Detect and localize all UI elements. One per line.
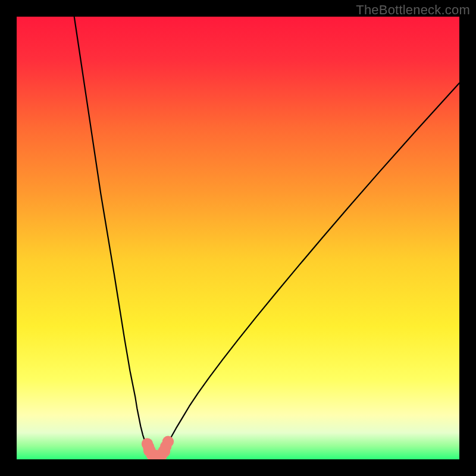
marker-dot [162, 436, 174, 447]
watermark-text: TheBottleneck.com [356, 2, 470, 18]
plot-area [17, 17, 459, 459]
chart-svg [17, 17, 459, 459]
chart-frame: TheBottleneck.com [0, 0, 476, 476]
gradient-background [17, 17, 459, 459]
